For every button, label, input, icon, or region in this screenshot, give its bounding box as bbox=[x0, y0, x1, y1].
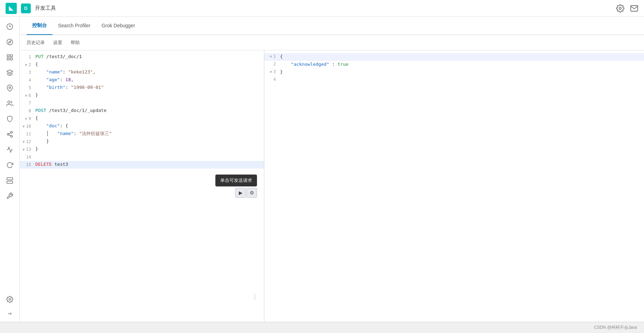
resp-line-num-3: ▼3 bbox=[264, 69, 280, 75]
code-content-11: │ "name": "法外狂徒张三" bbox=[35, 130, 264, 137]
fold-13[interactable]: ▼ bbox=[23, 147, 25, 153]
help-btn[interactable]: 帮助 bbox=[71, 38, 80, 47]
mail-icon[interactable] bbox=[630, 4, 638, 13]
tooltip-container: 单击可发送请求 ▶ ⚙ bbox=[215, 175, 257, 198]
svg-point-12 bbox=[7, 134, 9, 135]
svg-rect-16 bbox=[7, 178, 13, 180]
line-num-13: ▼13 bbox=[20, 146, 35, 153]
fold-10[interactable]: ▼ bbox=[23, 124, 25, 129]
line-num-4: 4 bbox=[20, 76, 35, 84]
sidebar-item-discover[interactable] bbox=[3, 35, 17, 49]
code-line-3: 3 "name": "keke123", bbox=[20, 69, 264, 76]
line-num-3: 3 bbox=[20, 69, 35, 76]
response-line-2: 2 "acknowledged" : true bbox=[264, 61, 644, 69]
line-num-9: ▼9 bbox=[20, 115, 35, 122]
play-button[interactable]: ▶ bbox=[235, 188, 246, 198]
fold-12[interactable]: ▼ bbox=[23, 139, 25, 145]
footer-copyright: CSDN @柯柯不会Java bbox=[594, 325, 637, 331]
svg-rect-6 bbox=[7, 58, 9, 60]
wrench-button[interactable]: ⚙ bbox=[246, 188, 257, 198]
response-line-1: ▼1 { bbox=[264, 53, 644, 61]
code-line-14: 14 bbox=[20, 153, 264, 161]
code-content-2: { bbox=[35, 61, 264, 68]
tab-console[interactable]: 控制台 bbox=[27, 17, 52, 35]
code-line-13: ▼13 } bbox=[20, 146, 264, 153]
fold-6[interactable]: ▼ bbox=[25, 93, 27, 99]
resp-line-num-1: ▼1 bbox=[264, 53, 280, 60]
svg-rect-4 bbox=[7, 55, 9, 57]
history-btn[interactable]: 历史记录 bbox=[27, 38, 45, 47]
tooltip-bubble: 单击可发送请求 bbox=[215, 175, 257, 186]
three-dot-menu[interactable]: ⋮ bbox=[251, 292, 259, 301]
line-num-8: 8 bbox=[20, 107, 35, 114]
tab-search-profiler[interactable]: Search Profiler bbox=[52, 17, 96, 35]
sidebar-item-refresh[interactable] bbox=[3, 158, 17, 172]
code-content-12: } bbox=[35, 138, 264, 145]
sidebar-collapse-btn[interactable]: ⇒ bbox=[4, 308, 15, 319]
code-line-11: 11 │ "name": "法外狂徒张三" bbox=[20, 130, 264, 138]
sidebar-item-map[interactable] bbox=[3, 81, 17, 95]
svg-line-14 bbox=[9, 135, 11, 136]
code-content-10: "doc": { bbox=[35, 122, 264, 130]
code-line-10: ▼10 "doc": { bbox=[20, 122, 264, 130]
svg-point-13 bbox=[10, 135, 12, 137]
line-num-14: 14 bbox=[20, 153, 35, 161]
svg-point-11 bbox=[10, 132, 12, 133]
resp-content-1: { bbox=[280, 53, 644, 61]
code-content-4: "age": 18, bbox=[35, 76, 264, 84]
sidebar-item-users[interactable] bbox=[3, 97, 17, 111]
resp-content-2: "acknowledged" : true bbox=[280, 61, 644, 68]
response-line-4: 4 bbox=[264, 76, 644, 84]
code-content-8: POST /test3/_doc/1/_update bbox=[35, 107, 264, 114]
resp-content-3: } bbox=[280, 69, 644, 76]
footer: CSDN @柯柯不会Java bbox=[0, 322, 644, 333]
top-bar: D 开发工具 bbox=[0, 0, 644, 17]
resp-line-num-4: 4 bbox=[264, 76, 280, 83]
app-avatar: D bbox=[21, 3, 31, 13]
code-content-15: DELETE test3 bbox=[35, 161, 264, 168]
line-num-12: ▼12 bbox=[20, 138, 35, 145]
code-line-1: 1 PUT /test3/_doc/1 bbox=[20, 53, 264, 61]
sidebar-item-canvas[interactable] bbox=[3, 66, 17, 80]
code-line-5: 5 "birth": "1998-09-01" bbox=[20, 84, 264, 92]
svg-point-10 bbox=[8, 101, 10, 104]
settings-btn[interactable]: 设置 bbox=[53, 38, 62, 47]
sidebar-item-clock[interactable] bbox=[3, 20, 17, 34]
resp-fold-1[interactable]: ▼ bbox=[270, 54, 272, 59]
code-line-15: 15 DELETE test3 bbox=[20, 161, 264, 169]
code-line-8: 8 POST /test3/_doc/1/_update bbox=[20, 107, 264, 115]
action-buttons: ▶ ⚙ bbox=[235, 188, 257, 198]
line-num-10: ▼10 bbox=[20, 122, 35, 130]
code-line-9: ▼9 { bbox=[20, 115, 264, 122]
code-content-3: "name": "keke123", bbox=[35, 69, 264, 76]
fold-2[interactable]: ▼ bbox=[25, 62, 27, 68]
kibana-logo bbox=[6, 3, 17, 14]
settings-icon[interactable] bbox=[616, 4, 624, 13]
sidebar-item-activity[interactable] bbox=[3, 143, 17, 157]
svg-marker-3 bbox=[8, 41, 11, 43]
svg-line-15 bbox=[9, 133, 11, 134]
main-layout: ⇒ 控制台 Search Profiler Grok Debugger 历史记录… bbox=[0, 17, 644, 322]
code-content-13: } bbox=[35, 146, 264, 153]
code-line-7: 7 bbox=[20, 99, 264, 107]
sidebar-item-share[interactable] bbox=[3, 127, 17, 141]
content-area: 控制台 Search Profiler Grok Debugger 历史记录 设… bbox=[20, 17, 644, 322]
response-panel: ▼1 { 2 "acknowledged" : true ▼3 bbox=[264, 50, 644, 322]
sidebar: ⇒ bbox=[0, 17, 20, 322]
resp-fold-3[interactable]: ▼ bbox=[270, 69, 272, 75]
code-line-2: ▼2 { bbox=[20, 61, 264, 69]
tab-grok-debugger[interactable]: Grok Debugger bbox=[96, 17, 141, 35]
svg-point-9 bbox=[9, 87, 10, 88]
code-line-6: ▼6 } bbox=[20, 92, 264, 99]
right-panel: ▼1 { 2 "acknowledged" : true ▼3 bbox=[264, 50, 644, 322]
line-num-2: ▼2 bbox=[20, 61, 35, 68]
sidebar-item-dashboard[interactable] bbox=[3, 50, 17, 64]
line-num-6: ▼6 bbox=[20, 92, 35, 99]
code-line-4: 4 "age": 18, bbox=[20, 76, 264, 84]
sidebar-item-server[interactable] bbox=[3, 173, 17, 187]
sidebar-item-gear[interactable] bbox=[3, 292, 17, 306]
sidebar-item-tool[interactable] bbox=[3, 189, 17, 203]
line-num-5: 5 bbox=[20, 84, 35, 91]
fold-9[interactable]: ▼ bbox=[25, 116, 27, 122]
sidebar-item-shield[interactable] bbox=[3, 112, 17, 126]
